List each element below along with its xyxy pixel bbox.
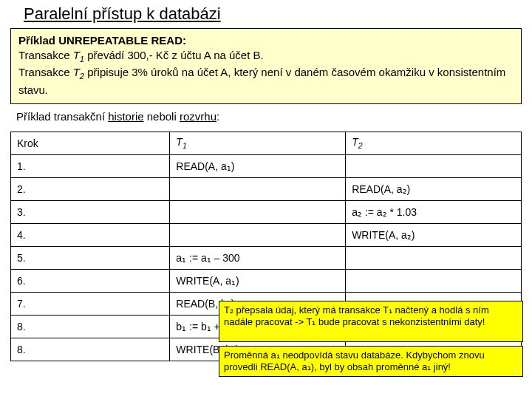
callout-note-1: T₂ přepsala údaj, který má transakce T₁ … — [219, 301, 523, 342]
page-title: Paralelní přístup k databázi — [24, 4, 525, 24]
callout-note-2: Proměnná a₁ neodpovídá stavu databáze. K… — [219, 346, 523, 377]
table-row: 5.a₁ := a₁ – 300 — [11, 246, 522, 269]
history-label: Příklad transakční historie neboli rozvr… — [16, 110, 525, 123]
col-step: Krok — [11, 132, 170, 154]
example-box: Příklad UNREPEATABLE READ: Transakce T1 … — [10, 28, 522, 104]
example-lead: Příklad UNREPEATABLE READ: — [18, 33, 514, 48]
table-row: 1.READ(A, a₁) — [11, 154, 522, 177]
table-row: 6.WRITE(A, a₁) — [11, 269, 522, 292]
table-row: 2.READ(A, a₂) — [11, 177, 522, 200]
example-line-2: Transakce T2 připisuje 3% úroků na účet … — [18, 65, 514, 97]
example-line-1: Transakce T1 převádí 300,- Kč z účtu A n… — [18, 48, 514, 65]
col-t1: T1 — [170, 132, 346, 154]
col-t2: T2 — [346, 132, 522, 154]
table-row: 3.a₂ := a₂ * 1.03 — [11, 200, 522, 223]
table-header-row: Krok T1 T2 — [11, 132, 522, 154]
schedule-table-wrap: Krok T1 T2 1.READ(A, a₁) 2.READ(A, a₂) 3… — [10, 132, 522, 361]
table-row: 4.WRITE(A, a₂) — [11, 223, 522, 246]
